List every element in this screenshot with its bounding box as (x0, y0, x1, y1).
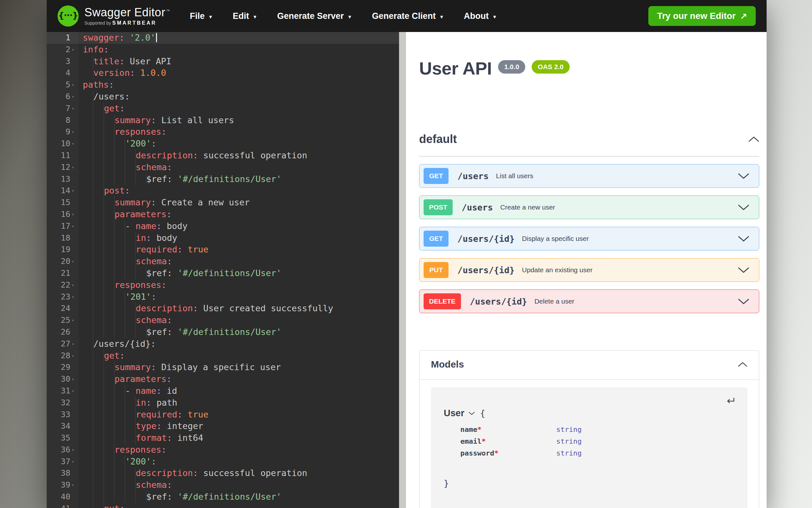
operation-row-post-users[interactable]: POST/usersCreate a new user (419, 196, 759, 219)
editor-line-26[interactable]: 26$ref: '#/definitions/User' (47, 326, 399, 338)
editor-line-37[interactable]: 37▾'200': (47, 456, 399, 468)
gutter-line-number: 26 (47, 326, 79, 338)
fold-arrow-icon[interactable]: ▾ (70, 350, 79, 362)
editor-line-31[interactable]: 31▾- name: id (47, 385, 399, 397)
editor-line-28[interactable]: 28▾get: (47, 350, 399, 362)
fold-arrow-icon[interactable]: ▾ (70, 138, 79, 150)
editor-line-12[interactable]: 12▾schema: (47, 162, 399, 173)
editor-line-11[interactable]: 11description: successful operation (47, 150, 399, 162)
fold-arrow-icon[interactable]: ▾ (70, 220, 79, 232)
editor-line-22[interactable]: 22▾responses: (47, 279, 399, 291)
fold-arrow-icon[interactable]: ▾ (70, 456, 79, 468)
editor-line-5[interactable]: 5▾paths: (47, 79, 399, 91)
return-arrow-icon[interactable] (725, 397, 735, 405)
try-new-editor-button[interactable]: Try our new Editor ↗ (648, 6, 756, 26)
editor-line-24[interactable]: 24description: User created successfully (47, 303, 399, 314)
fold-arrow-icon[interactable]: ▾ (70, 79, 79, 91)
fold-arrow-icon[interactable]: ▾ (70, 479, 79, 491)
editor-line-34[interactable]: 34type: integer (47, 420, 399, 432)
editor-line-29[interactable]: 29summary: Display a specific user (47, 362, 399, 373)
fold-arrow-icon[interactable]: ▾ (70, 126, 79, 138)
tag-section-header[interactable]: default (419, 132, 759, 157)
menu-edit[interactable]: Edit▼ (233, 11, 257, 21)
editor-line-14[interactable]: 14▾post: (47, 185, 399, 197)
token-p: : (156, 386, 161, 396)
editor-line-41[interactable]: 41▾put: (47, 503, 399, 508)
editor-line-33[interactable]: 33required: true (47, 409, 399, 421)
gutter-line-number: 39▾ (47, 479, 79, 491)
fold-arrow-icon[interactable]: ▾ (70, 291, 79, 303)
editor-line-2[interactable]: 2▾info: (47, 44, 399, 56)
editor-line-27[interactable]: 27▾/users/{id}: (47, 338, 399, 350)
fold-arrow-icon[interactable]: ▾ (70, 91, 79, 103)
editor-line-7[interactable]: 7▾get: (47, 103, 399, 115)
menu-file[interactable]: File▼ (190, 11, 213, 21)
fold-arrow-icon[interactable]: ▾ (70, 503, 79, 508)
fold-arrow-icon[interactable]: ▾ (70, 314, 79, 326)
menu-about[interactable]: About▼ (464, 11, 497, 21)
editor-line-8[interactable]: 8summary: List all users (47, 115, 399, 126)
editor-line-18[interactable]: 18in: body (47, 232, 399, 244)
swagger-editor-brand[interactable]: {···} Swagger Editor™ Supported bySMARTB… (57, 5, 170, 27)
editor-line-25[interactable]: 25▾schema: (47, 314, 399, 326)
fold-arrow-icon[interactable]: ▾ (70, 338, 79, 350)
operation-row-delete-users-id[interactable]: DELETE/users/{id}Delete a user (419, 290, 759, 313)
fold-arrow-icon[interactable]: ▾ (70, 209, 79, 220)
editor-line-3[interactable]: 3title: User API (47, 56, 399, 68)
editor-line-4[interactable]: 4version: 1.0.0 (47, 67, 399, 79)
editor-line-1[interactable]: 1swagger: '2.0' (47, 32, 399, 44)
editor-line-20[interactable]: 20▾schema: (47, 256, 399, 267)
editor-line-10[interactable]: 10▾'200': (47, 138, 399, 150)
fold-arrow-icon[interactable]: ▾ (70, 44, 79, 56)
editor-line-35[interactable]: 35format: int64 (47, 432, 399, 444)
pane-divider[interactable] (399, 32, 406, 508)
gutter-line-number: 9▾ (47, 126, 79, 138)
editor-line-17[interactable]: 17▾- name: body (47, 220, 399, 232)
operation-row-get-users[interactable]: GET/usersList all users (419, 164, 759, 188)
model-toggle[interactable]: User { (444, 408, 735, 418)
gutter-line-number: 13 (47, 173, 79, 185)
code-text: schema: (79, 162, 399, 173)
fold-arrow-icon[interactable]: ▾ (70, 373, 79, 385)
line-number: 37 (61, 456, 70, 468)
models-header[interactable]: Models (419, 351, 759, 380)
editor-line-39[interactable]: 39▾schema: (47, 479, 399, 491)
gutter-line-number: 38 (47, 467, 79, 479)
fold-arrow-icon[interactable]: ▾ (70, 103, 79, 115)
line-number: 25 (61, 314, 70, 326)
fold-arrow-icon[interactable]: ▾ (70, 279, 79, 291)
editor-line-13[interactable]: 13$ref: '#/definitions/User' (47, 173, 399, 185)
fold-arrow-icon[interactable]: ▾ (70, 256, 79, 267)
editor-line-21[interactable]: 21$ref: '#/definitions/User' (47, 267, 399, 279)
token-t: List all users (156, 115, 234, 125)
editor-line-36[interactable]: 36▾responses: (47, 444, 399, 456)
operation-row-put-users-id[interactable]: PUT/users/{id}Update an existing user (419, 258, 759, 282)
token-s: '#/definitions/User' (178, 174, 281, 184)
line-number: 28 (61, 350, 70, 362)
editor-line-15[interactable]: 15summary: Create a new user (47, 197, 399, 209)
editor-line-30[interactable]: 30▾parameters: (47, 373, 399, 385)
editor-line-38[interactable]: 38description: successful operation (47, 467, 399, 479)
fold-arrow-icon[interactable]: ▾ (70, 185, 79, 197)
gutter-line-number: 10▾ (47, 138, 79, 150)
indent-guides (83, 115, 114, 126)
code-text: description: User created successfully (79, 303, 399, 314)
editor-line-19[interactable]: 19required: true (47, 244, 399, 256)
yaml-editor[interactable]: 1swagger: '2.0'2▾info:3title: User API4v… (47, 32, 399, 508)
code-text: in: body (79, 232, 399, 244)
fold-arrow-icon[interactable]: ▾ (70, 162, 79, 173)
token-p: : (109, 80, 114, 90)
token-t: path (151, 398, 177, 408)
menu-generate-server[interactable]: Generate Server▼ (277, 11, 352, 21)
editor-line-16[interactable]: 16▾parameters: (47, 209, 399, 220)
token-p: : (167, 315, 172, 325)
editor-line-6[interactable]: 6▾/users: (47, 91, 399, 103)
fold-arrow-icon[interactable]: ▾ (70, 385, 79, 397)
editor-line-40[interactable]: 40$ref: '#/definitions/User' (47, 491, 399, 503)
fold-arrow-icon[interactable]: ▾ (70, 444, 79, 456)
operation-row-get-users-id[interactable]: GET/users/{id}Display a specific user (419, 227, 759, 251)
editor-line-9[interactable]: 9▾responses: (47, 126, 399, 138)
menu-generate-client[interactable]: Generate Client▼ (372, 11, 444, 21)
editor-line-23[interactable]: 23▾'201': (47, 291, 399, 303)
editor-line-32[interactable]: 32in: path (47, 397, 399, 409)
